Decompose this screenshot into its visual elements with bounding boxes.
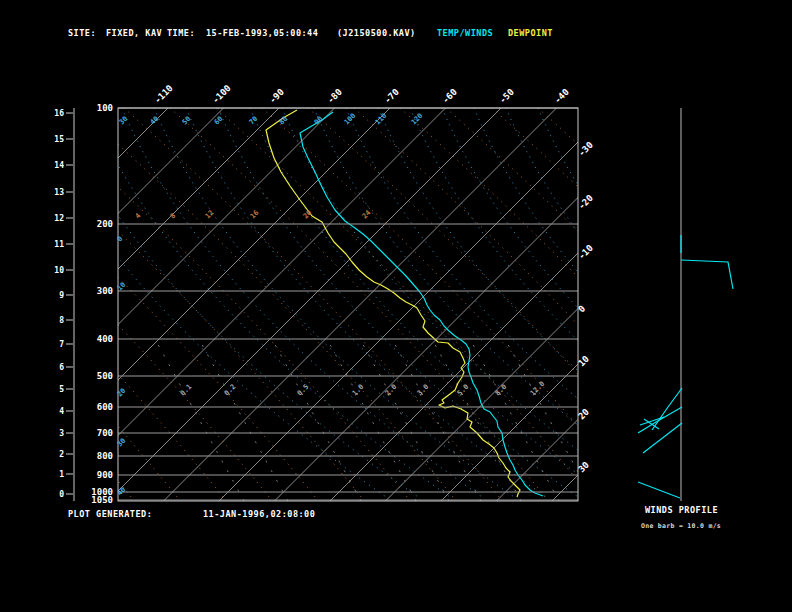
isotherm-line — [386, 108, 779, 501]
mixing-ratio-line — [275, 345, 361, 501]
svg-text:0: 0 — [59, 490, 64, 499]
moist-adiabat-line — [410, 108, 772, 498]
svg-text:5.0: 5.0 — [456, 383, 471, 398]
svg-text:0.1: 0.1 — [179, 383, 194, 398]
moist-adiabat-line — [26, 108, 388, 498]
svg-text:-100: -100 — [210, 83, 232, 105]
svg-text:16: 16 — [249, 209, 261, 221]
plot-generated-value: 11-JAN-1996,02:08:00 — [203, 509, 315, 519]
dry-adiabat-line — [354, 108, 730, 498]
svg-text:400: 400 — [97, 334, 113, 344]
plot-frame — [118, 108, 578, 501]
svg-text:4: 4 — [134, 212, 143, 221]
svg-text:6: 6 — [59, 363, 64, 372]
isotherm-line — [608, 108, 792, 501]
moist-adiabat-line — [506, 108, 792, 498]
winds-profile-caption: One barb = 10.0 m/s — [641, 522, 721, 530]
svg-text:-90: -90 — [267, 87, 286, 106]
svg-text:300: 300 — [97, 286, 113, 296]
svg-text:8.0: 8.0 — [494, 383, 509, 398]
svg-text:800: 800 — [97, 451, 113, 461]
svg-text:-110: -110 — [152, 83, 174, 105]
svg-text:13: 13 — [54, 188, 64, 197]
svg-text:100: 100 — [97, 103, 113, 113]
svg-text:40: 40 — [149, 115, 161, 127]
moist-adiabat-line — [90, 108, 452, 498]
svg-text:3.0: 3.0 — [416, 383, 431, 398]
svg-text:11: 11 — [54, 240, 64, 249]
svg-text:100: 100 — [343, 112, 358, 127]
svg-text:3: 3 — [59, 429, 64, 438]
svg-text:20: 20 — [576, 407, 591, 422]
moist-adiabat-line — [154, 108, 516, 498]
mixing-ratio-line — [473, 345, 559, 501]
isotherm-line — [441, 108, 792, 501]
moist-adiabat-line — [218, 108, 580, 498]
svg-text:12: 12 — [204, 209, 216, 221]
dry-adiabat-line — [0, 108, 316, 498]
svg-text:-30: -30 — [576, 140, 595, 159]
svg-text:24: 24 — [361, 209, 373, 221]
isotherm-line — [0, 108, 168, 501]
svg-text:16: 16 — [54, 109, 64, 118]
svg-text:1.0: 1.0 — [351, 383, 366, 398]
isotherm-line — [0, 108, 57, 501]
moist-adiabat-line — [58, 108, 420, 498]
svg-text:-60: -60 — [440, 87, 459, 106]
dry-adiabat-line — [0, 108, 132, 498]
svg-text:200: 200 — [97, 219, 113, 229]
moist-adiabat-line — [314, 108, 676, 498]
isotherm-line — [497, 108, 792, 501]
svg-text:-50: -50 — [497, 87, 516, 106]
isotherm-line — [53, 108, 446, 501]
dry-adiabat-line — [584, 108, 792, 498]
isotherm-line — [108, 108, 501, 501]
wind-barb — [638, 482, 680, 498]
mixing-ratio-line — [508, 345, 594, 501]
svg-text:700: 700 — [97, 428, 113, 438]
svg-text:600: 600 — [97, 402, 113, 412]
svg-text:120: 120 — [410, 112, 425, 127]
svg-text:-70: -70 — [382, 87, 401, 106]
wind-barb — [643, 423, 682, 453]
svg-text:2: 2 — [59, 450, 64, 459]
dry-adiabat-line — [308, 108, 684, 498]
wind-barb — [681, 260, 733, 289]
plot-generated-label: PLOT GENERATED: — [68, 509, 152, 519]
isotherm-line — [0, 108, 279, 501]
svg-text:0.2: 0.2 — [223, 383, 238, 398]
svg-text:12.0: 12.0 — [529, 380, 547, 398]
dry-adiabat-line — [0, 108, 178, 498]
svg-text:30: 30 — [118, 115, 130, 127]
svg-text:8: 8 — [59, 316, 64, 325]
svg-text:12: 12 — [54, 214, 64, 223]
svg-text:80: 80 — [278, 115, 290, 127]
dry-adiabat-line — [216, 108, 592, 498]
dry-adiabat-line — [400, 108, 776, 498]
svg-text:50: 50 — [181, 115, 193, 127]
svg-text:9: 9 — [59, 291, 64, 300]
mixing-ratio-line — [202, 345, 288, 501]
isotherm-line — [0, 108, 224, 501]
svg-text:-40: -40 — [552, 87, 571, 106]
svg-text:2.0: 2.0 — [384, 383, 399, 398]
isotherm-line — [0, 108, 2, 501]
dewpoint-curve — [266, 110, 520, 497]
isotherm-line — [275, 108, 668, 501]
svg-text:30: 30 — [576, 460, 591, 475]
mixing-ratio-line — [158, 345, 244, 501]
dry-adiabat-line — [170, 108, 546, 498]
dry-adiabat-line — [0, 108, 270, 498]
mixing-ratio-line — [330, 345, 416, 501]
svg-text:-20: -20 — [576, 193, 595, 212]
svg-text:20: 20 — [302, 209, 314, 221]
moist-adiabat-line — [122, 108, 484, 498]
dry-adiabat-line — [0, 108, 86, 498]
winds-profile-title: WINDS PROFILE — [645, 505, 718, 515]
svg-text:900: 900 — [97, 470, 113, 480]
svg-text:110: 110 — [374, 112, 389, 127]
svg-text:7: 7 — [59, 340, 64, 349]
moist-adiabat-line — [442, 108, 792, 498]
svg-text:0.5: 0.5 — [296, 383, 311, 398]
svg-text:500: 500 — [97, 371, 113, 381]
